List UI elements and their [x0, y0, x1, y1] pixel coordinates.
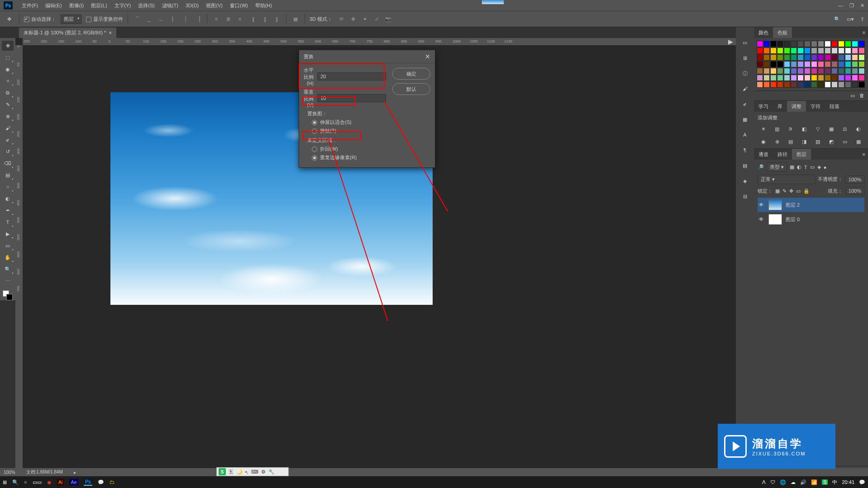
- menu-type[interactable]: 文字(Y): [111, 0, 135, 11]
- layer-filter-dropdown[interactable]: 类型 ▾: [767, 162, 787, 172]
- brush-settings-icon[interactable]: 🖌: [740, 84, 750, 93]
- swatch-cell[interactable]: [777, 75, 783, 81]
- channels-panel-icon[interactable]: ⊟: [740, 192, 750, 201]
- history-brush-tool[interactable]: ↺: [2, 147, 14, 156]
- swatch-cell[interactable]: [804, 75, 811, 81]
- swatch-cell[interactable]: [770, 75, 777, 81]
- ime-mode[interactable]: 五: [229, 469, 234, 475]
- swatch-cell[interactable]: [852, 41, 858, 47]
- tile-radio[interactable]: 拼贴(T): [304, 127, 386, 135]
- pen-tool[interactable]: ✒: [2, 205, 14, 215]
- swatch-cell[interactable]: [770, 81, 777, 88]
- ime-tools-icon[interactable]: 🔧: [268, 469, 275, 475]
- swatch-cell[interactable]: [818, 47, 824, 54]
- properties-panel-icon[interactable]: ▤: [740, 161, 750, 170]
- swatch-cell[interactable]: [818, 41, 824, 47]
- zoom-level[interactable]: 100%: [4, 470, 15, 475]
- lock-move-icon[interactable]: ✥: [789, 188, 793, 194]
- menu-file[interactable]: 文件(F): [18, 0, 42, 11]
- align-vcenter-icon[interactable]: ⎯: [144, 14, 153, 24]
- swatch-cell[interactable]: [852, 81, 858, 88]
- swatch-cell[interactable]: [804, 81, 811, 88]
- align-top-icon[interactable]: ⎺: [133, 14, 142, 24]
- move3d-icon[interactable]: ✦: [360, 14, 369, 24]
- swatch-cell[interactable]: [818, 75, 824, 81]
- swatch-cell[interactable]: [804, 61, 811, 67]
- swatch-cell[interactable]: [791, 68, 797, 74]
- lock-pixels-icon[interactable]: ▦: [775, 188, 780, 194]
- ime-moon-icon[interactable]: 🌙: [236, 469, 243, 475]
- swatch-cell[interactable]: [845, 75, 851, 81]
- swatch-cell[interactable]: [784, 54, 790, 61]
- clock[interactable]: 20:41: [842, 479, 854, 485]
- swatch-cell[interactable]: [763, 61, 770, 67]
- swatch-cell[interactable]: [825, 41, 831, 47]
- swatch-cell[interactable]: [831, 75, 838, 81]
- tab-character[interactable]: 字符: [806, 101, 825, 112]
- edit-toolbar[interactable]: ⋯: [2, 276, 14, 286]
- swatch-cell[interactable]: [791, 54, 797, 61]
- swatch-cell[interactable]: [845, 41, 851, 47]
- selective-color-icon[interactable]: ▦: [854, 137, 863, 146]
- posterize-icon[interactable]: ▧: [813, 137, 822, 146]
- layer-thumbnail[interactable]: [768, 214, 782, 225]
- swatch-cell[interactable]: [770, 54, 777, 61]
- menu-help[interactable]: 帮助(H): [252, 0, 276, 11]
- swatch-cell[interactable]: [797, 75, 804, 81]
- swatch-cell[interactable]: [852, 54, 858, 61]
- align-bottom-icon[interactable]: ⎽: [156, 14, 165, 24]
- swatch-cell[interactable]: [757, 81, 763, 88]
- dialog-titlebar[interactable]: 置换 ✕: [299, 50, 435, 63]
- menu-layer[interactable]: 图层(L): [87, 0, 110, 11]
- tab-close-icon[interactable]: ×: [109, 30, 112, 36]
- lasso-tool[interactable]: ◉: [2, 64, 14, 74]
- swatch-cell[interactable]: [852, 68, 858, 74]
- swatch-cell[interactable]: [777, 41, 783, 47]
- move-tool[interactable]: ✥: [2, 41, 14, 51]
- h-ratio-input[interactable]: [317, 72, 386, 81]
- search-icon[interactable]: 🔎: [758, 164, 764, 170]
- menu-3d[interactable]: 3D(D): [182, 0, 202, 11]
- swatch-cell[interactable]: [784, 75, 790, 81]
- filter-adjust-icon[interactable]: ◐: [797, 164, 801, 170]
- swatch-cell[interactable]: [818, 54, 824, 61]
- v-ratio-input[interactable]: [317, 94, 386, 102]
- pan-icon[interactable]: ✥: [348, 14, 358, 24]
- vibrance-icon[interactable]: ▽: [813, 125, 822, 133]
- distribute-left-icon[interactable]: ‖: [249, 14, 258, 24]
- swatch-cell[interactable]: [845, 54, 851, 61]
- align-right-icon[interactable]: ▕: [193, 14, 202, 24]
- swatch-cell[interactable]: [763, 68, 770, 74]
- filter-pixel-icon[interactable]: ▦: [790, 164, 794, 170]
- orbit-icon[interactable]: ⟳: [337, 14, 346, 24]
- distribute-right-icon[interactable]: ‖: [272, 14, 281, 24]
- tab-adjustments[interactable]: 调整: [787, 101, 806, 112]
- layer-item[interactable]: 👁 图层 0: [758, 212, 864, 227]
- swatch-cell[interactable]: [845, 68, 851, 74]
- wechat-icon[interactable]: 💬: [98, 479, 104, 485]
- show-transform-checkbox[interactable]: 显示变换控件: [86, 16, 123, 23]
- visibility-toggle-icon[interactable]: 👁: [758, 216, 765, 223]
- swatch-cell[interactable]: [757, 61, 763, 67]
- swatch-cell[interactable]: [858, 81, 865, 88]
- navigator-panel-icon[interactable]: ▦: [740, 115, 750, 124]
- menu-filter[interactable]: 滤镜(T): [158, 0, 182, 11]
- swatch-cell[interactable]: [858, 41, 865, 47]
- search-taskbar-icon[interactable]: 🔍: [12, 479, 19, 485]
- swatch-cell[interactable]: [831, 68, 838, 74]
- swatch-cell[interactable]: [770, 61, 777, 67]
- filter-smart-icon[interactable]: ◈: [817, 164, 821, 170]
- heal-tool[interactable]: ⊕: [2, 111, 14, 121]
- swatch-cell[interactable]: [852, 75, 858, 81]
- photoshop-taskbar-icon[interactable]: Ps: [84, 479, 92, 486]
- cortana-icon[interactable]: ○: [24, 479, 27, 485]
- filter-shape-icon[interactable]: ▭: [810, 164, 815, 170]
- lock-all-icon[interactable]: 🔒: [803, 188, 810, 194]
- exposure-icon[interactable]: ◧: [800, 125, 809, 133]
- menu-select[interactable]: 选择(S): [134, 0, 158, 11]
- swatch-cell[interactable]: [818, 68, 824, 74]
- swatch-cell[interactable]: [757, 68, 763, 74]
- opacity-input[interactable]: 100%: [845, 175, 864, 184]
- repeat-radio[interactable]: 重复边缘像素(R): [304, 153, 386, 162]
- swatch-cell[interactable]: [845, 47, 851, 54]
